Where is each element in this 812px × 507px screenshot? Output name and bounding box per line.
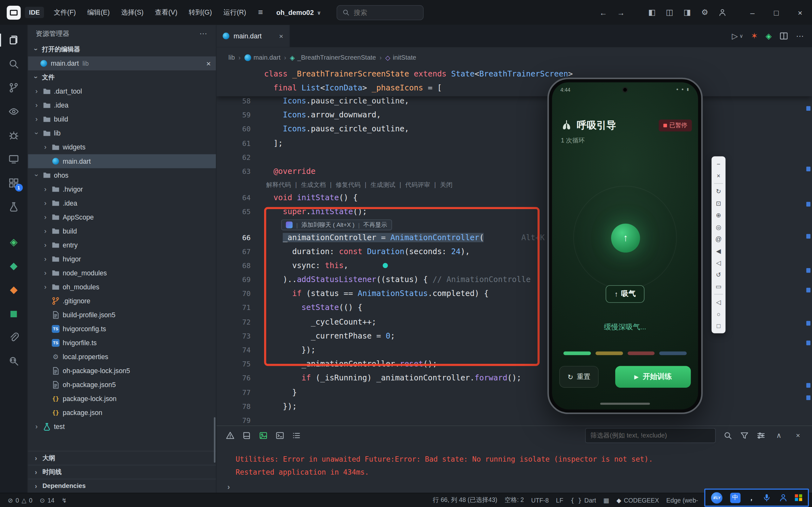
start-training-button[interactable]: ▶ 开始训练 <box>615 366 691 388</box>
section--[interactable]: ›大纲 <box>28 451 216 465</box>
breath-circle[interactable]: ↑ <box>611 224 640 252</box>
activity-explorer-icon[interactable] <box>2 29 25 51</box>
volume-up-icon[interactable]: ◀ <box>712 245 726 257</box>
activity-deveco-plugin-icon[interactable]: ◆ <box>2 255 25 277</box>
volume-mute-icon[interactable]: ◁ <box>712 257 726 269</box>
zoom-icon[interactable]: ⊕ <box>712 209 726 221</box>
section-Dependencies[interactable]: ›Dependencies <box>28 479 216 493</box>
tree-item--dart-tool[interactable]: ›.dart_tool <box>28 84 216 98</box>
layout-icon[interactable]: ▦ <box>600 497 613 504</box>
tree-item--idea[interactable]: ›.idea <box>28 196 216 210</box>
problems-errors[interactable]: ⊘0△0 <box>4 497 36 504</box>
line-number[interactable]: 78 <box>216 399 264 413</box>
tree-item-package-json[interactable]: {}package.json <box>28 406 216 420</box>
sidebar-sc rollbar[interactable] <box>214 417 216 463</box>
tree-item-widgets[interactable]: ›widgets <box>28 140 216 154</box>
codelens-3[interactable]: 生成测试 <box>370 179 395 191</box>
activity-build-plugin-icon[interactable]: ◆ <box>2 279 25 301</box>
global-search[interactable] <box>336 5 424 20</box>
line-number[interactable]: 66 <box>216 231 264 245</box>
tree-item--idea[interactable]: ›.idea <box>28 98 216 112</box>
input-mode-chinese[interactable]: 中 <box>730 492 741 503</box>
inline-chat-hint[interactable]: |添加到聊天 ( Alt+X )|不再显示 <box>281 220 392 230</box>
line-number[interactable]: 71 <box>216 301 264 315</box>
codelens-0[interactable]: 解释代码 <box>266 179 291 191</box>
tree-item-local-properties[interactable]: ⚙local.properties <box>28 350 216 364</box>
more-menus-button[interactable]: ≡ <box>252 5 269 20</box>
close-button[interactable]: × <box>788 0 812 25</box>
tree-item--gitignore[interactable]: .gitignore <box>28 294 216 308</box>
line-number[interactable]: 63 <box>216 165 264 179</box>
language-mode[interactable]: { }Dart <box>567 497 600 504</box>
line-number[interactable]: 68 <box>216 259 264 273</box>
menu-0[interactable]: 文件(F) <box>48 5 81 20</box>
breadcrumb-3[interactable]: ◇initState <box>385 54 417 61</box>
close-panel-icon[interactable]: × <box>792 430 804 441</box>
tree-item-package-lock-json[interactable]: {}package-lock.json <box>28 392 216 406</box>
screenshot-icon[interactable]: ⊡ <box>712 198 726 209</box>
activity-debug-icon[interactable] <box>2 124 25 147</box>
toggle-panel-button[interactable]: ◫ <box>661 3 679 22</box>
user-icon[interactable] <box>779 493 788 502</box>
screenshot-icon[interactable] <box>259 431 268 440</box>
activity-testing-icon[interactable] <box>2 196 25 218</box>
minimize-button[interactable]: − <box>712 158 726 170</box>
run-target[interactable]: Edge (web- <box>663 497 702 504</box>
line-number[interactable]: 75 <box>216 357 264 371</box>
toggle-secondary-sidebar-button[interactable]: ◨ <box>679 3 696 22</box>
minimize-button[interactable]: – <box>741 0 764 25</box>
toggle-sidebar-button[interactable]: ◧ <box>643 3 661 22</box>
line-number[interactable]: 65 <box>216 205 264 219</box>
split-editor-icon[interactable] <box>779 32 788 41</box>
tree-item-lib[interactable]: ›lib <box>28 126 216 140</box>
tree-item--hvigor[interactable]: ›.hvigor <box>28 182 216 196</box>
console-prompt[interactable]: › <box>227 482 230 491</box>
activity-code-search-icon[interactable] <box>2 350 25 372</box>
codelens-2[interactable]: 修复代码 <box>336 179 361 191</box>
section--[interactable]: ›时间线 <box>28 465 216 479</box>
codelens-4[interactable]: 代码评审 <box>405 179 430 191</box>
activity-search-icon[interactable] <box>2 53 25 75</box>
search-icon[interactable] <box>723 431 732 440</box>
punctuation-icon[interactable]: ， <box>748 493 755 502</box>
ports-icon[interactable]: ↯ <box>58 497 70 504</box>
clear-filter-icon[interactable] <box>740 431 749 440</box>
line-number[interactable]: 74 <box>216 343 264 357</box>
activity-attachment-icon[interactable] <box>2 326 25 348</box>
close-tab-icon[interactable]: × <box>279 32 283 40</box>
breadcrumb-1[interactable]: main.dart <box>244 54 280 61</box>
settings-gear-icon[interactable]: ⚙ <box>696 3 714 22</box>
reset-button[interactable]: ↻ 重置 <box>559 366 599 388</box>
breadcrumb-2[interactable]: ◈_BreathTrainerScreenState <box>290 54 376 61</box>
tree-item-ohos[interactable]: ›ohos <box>28 168 216 182</box>
tree-item-oh-modules[interactable]: ›oh_modules <box>28 280 216 294</box>
dismiss-action[interactable]: 不再显示 <box>364 221 387 229</box>
console-filter[interactable] <box>585 428 715 443</box>
notification-count[interactable]: ⊙14 <box>36 497 58 504</box>
tree-item-node-modules[interactable]: ›node_modules <box>28 266 216 280</box>
copy-icon[interactable]: ▭ <box>712 280 726 292</box>
files-section[interactable]: › 文件 <box>28 70 216 84</box>
eol[interactable]: LF <box>552 497 567 504</box>
collapse-panel-icon[interactable]: ∧ <box>773 430 785 441</box>
tree-item-oh-package-json5[interactable]: oh-package.json5 <box>28 378 216 392</box>
tree-item-entry[interactable]: ›entry <box>28 238 216 252</box>
tree-item-build[interactable]: ›build <box>28 224 216 238</box>
codelens-1[interactable]: 生成文档 <box>301 179 326 191</box>
activity-extensions-icon[interactable]: 1 <box>2 172 25 194</box>
terminal-icon[interactable] <box>276 431 284 440</box>
ifly-logo-icon[interactable]: iFLY <box>711 492 722 504</box>
encoding[interactable]: UTF-8 <box>528 497 552 504</box>
search-input[interactable] <box>354 9 418 16</box>
nav-recent-button[interactable]: □ <box>712 320 726 332</box>
line-number[interactable]: 77 <box>216 386 264 399</box>
list-icon[interactable] <box>292 431 301 440</box>
open-editor-main-dart[interactable]: main.dart lib × <box>28 56 216 70</box>
sync-icon[interactable]: ↺ <box>712 269 726 281</box>
close-button[interactable]: × <box>712 170 726 182</box>
line-number[interactable]: 59 <box>216 108 264 122</box>
tree-item-main-dart[interactable]: main.dart <box>28 154 216 168</box>
menu-5[interactable]: 运行(R) <box>218 5 252 20</box>
tree-item-hvigor[interactable]: ›hvigor <box>28 252 216 266</box>
project-selector[interactable]: oh_demo02 ∨ <box>276 9 321 16</box>
